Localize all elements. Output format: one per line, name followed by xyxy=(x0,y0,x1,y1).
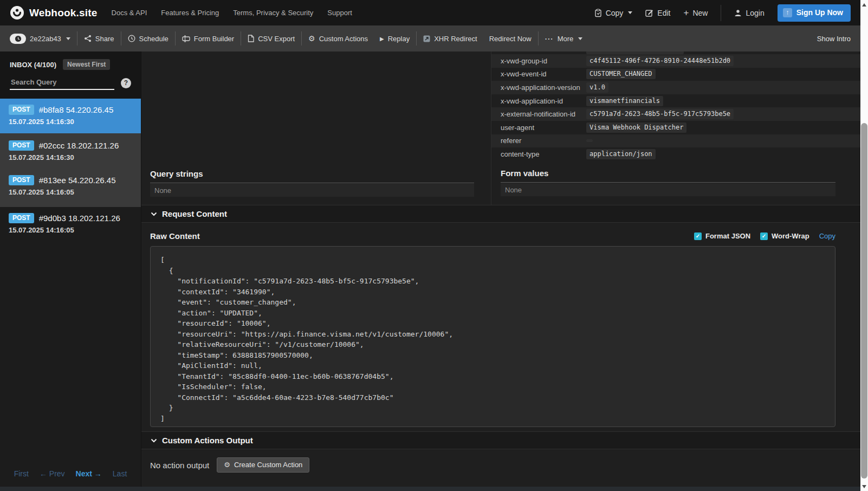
method-badge: POST xyxy=(9,105,34,115)
pagination-first[interactable]: First xyxy=(14,469,29,478)
checkbox-checked-icon: ✓ xyxy=(760,232,768,240)
form-builder-button[interactable]: Form Builder xyxy=(182,35,234,43)
header-row: x-external-notification-id c5791a7d-2623… xyxy=(491,107,860,121)
pagination-last[interactable]: Last xyxy=(113,469,127,478)
raw-content-body[interactable]: [ { "notificationId": "c5791a7d-2623-48b… xyxy=(150,246,835,427)
format-json-label: Format JSON xyxy=(705,232,750,240)
schedule-label: Schedule xyxy=(139,35,169,43)
copy-raw-content-link[interactable]: Copy xyxy=(819,232,835,240)
request-list-item[interactable]: POST #9d0b3 18.202.121.26 15.07.2025 14:… xyxy=(0,207,141,242)
custom-actions-label: Custom Actions xyxy=(319,35,368,43)
page-scrollbar[interactable] xyxy=(860,0,868,491)
request-toolbar: 2e22ab43 Share Schedule Form Builder xyxy=(0,25,860,51)
clipboard-icon xyxy=(594,9,602,17)
more-label: More xyxy=(558,35,574,43)
request-list-item[interactable]: POST #b8fa8 54.220.26.45 15.07.2025 14:1… xyxy=(0,99,141,133)
request-title: #9d0b3 18.202.121.26 xyxy=(39,214,120,223)
play-icon: ▶ xyxy=(380,36,384,42)
chevron-down-icon xyxy=(578,37,582,40)
create-custom-action-label: Create Custom Action xyxy=(234,461,302,469)
edit-button[interactable]: Edit xyxy=(645,9,670,17)
form-values-value: None xyxy=(501,183,835,196)
inbox-count-label: INBOX (4/100) xyxy=(10,61,56,69)
header-row: referer xyxy=(491,134,860,148)
header-name: x-vwd-event-id xyxy=(501,70,586,78)
viewport-bottom-edge xyxy=(0,487,860,491)
share-icon xyxy=(84,35,92,42)
new-button[interactable]: + New xyxy=(683,8,708,18)
token-dropdown[interactable]: 2e22ab43 xyxy=(10,34,70,44)
chevron-down-icon xyxy=(628,11,632,14)
search-input[interactable] xyxy=(10,76,114,90)
login-button[interactable]: Login xyxy=(734,9,764,17)
request-timestamp: 15.07.2025 14:16:30 xyxy=(9,153,132,161)
show-intro-link[interactable]: Show Intro xyxy=(817,35,851,43)
pagination-prev[interactable]: ← Prev xyxy=(40,469,65,478)
toolbar-divider xyxy=(301,31,302,46)
query-strings-block: Query strings None xyxy=(150,169,474,197)
request-list-item[interactable]: POST #813ee 54.220.26.45 15.07.2025 14:1… xyxy=(0,169,141,204)
scroll-up-button[interactable] xyxy=(860,0,868,9)
request-content-title: Request Content xyxy=(162,209,227,218)
toolbar-divider xyxy=(175,31,176,46)
ellipsis-icon: ··· xyxy=(545,35,554,43)
request-detail-panel: Query strings None x-vwd-group-id c4f451… xyxy=(141,51,860,487)
sign-up-button[interactable]: ↑ Sign Up Now xyxy=(778,4,851,22)
form-input-icon xyxy=(182,35,190,42)
request-timestamp: 15.07.2025 14:16:05 xyxy=(9,188,132,196)
header-row: content-type application/json xyxy=(491,147,860,161)
schedule-button[interactable]: Schedule xyxy=(128,35,169,43)
details-right-column: x-vwd-group-id c4f45112-496f-4726-8910-2… xyxy=(491,51,860,205)
header-value: Visma Webhook Dispatcher xyxy=(586,122,686,133)
new-label: New xyxy=(692,9,708,17)
request-content-section-header[interactable]: Request Content xyxy=(141,205,860,223)
word-wrap-checkbox[interactable]: ✓ Word-Wrap xyxy=(760,232,809,240)
details-left-column: Query strings None xyxy=(141,51,491,205)
nav-link-support[interactable]: Support xyxy=(327,9,352,17)
custom-actions-button[interactable]: ⚙ Custom Actions xyxy=(308,34,368,43)
nav-divider xyxy=(721,5,721,21)
chevron-down-icon xyxy=(151,212,157,216)
more-dropdown[interactable]: ··· More xyxy=(545,35,583,43)
pagination-next[interactable]: Next → xyxy=(76,469,102,478)
header-name: user-agent xyxy=(501,124,586,132)
details-section: Query strings None x-vwd-group-id c4f451… xyxy=(141,51,860,205)
nav-link-terms[interactable]: Terms, Privacy & Security xyxy=(233,9,313,17)
gear-icon: ⚙ xyxy=(308,34,315,43)
toolbar-divider xyxy=(121,31,121,46)
file-icon xyxy=(248,35,254,42)
word-wrap-label: Word-Wrap xyxy=(772,232,809,240)
redirect-now-button[interactable]: Redirect Now xyxy=(489,35,532,43)
replay-button[interactable]: ▶ Replay xyxy=(380,35,410,43)
share-button[interactable]: Share xyxy=(84,35,114,43)
nav-link-docs[interactable]: Docs & API xyxy=(112,9,147,17)
scrollbar-thumb[interactable] xyxy=(861,123,867,479)
checkbox-checked-icon: ✓ xyxy=(694,232,702,240)
header-name: x-vwd-application-id xyxy=(501,97,586,105)
nav-links: Docs & API Features & Pricing Terms, Pri… xyxy=(112,9,352,17)
plus-icon: + xyxy=(683,8,689,18)
replay-label: Replay xyxy=(388,35,410,43)
nav-link-features[interactable]: Features & Pricing xyxy=(161,9,219,17)
request-list-item[interactable]: POST #02ccc 18.202.121.26 15.07.2025 14:… xyxy=(0,134,141,169)
sort-order-button[interactable]: Newest First xyxy=(63,59,110,70)
xhr-redirect-button[interactable]: XHR Redirect xyxy=(423,35,477,43)
help-icon[interactable]: ? xyxy=(121,78,131,88)
header-name: x-vwd-application-version xyxy=(501,83,586,92)
copy-dropdown[interactable]: Copy xyxy=(594,9,633,17)
query-strings-value: None xyxy=(150,184,474,197)
format-json-checkbox[interactable]: ✓ Format JSON xyxy=(694,232,750,240)
method-badge: POST xyxy=(9,140,34,151)
header-value: application/json xyxy=(586,149,656,159)
webhook-site-page: Webhook.site Docs & API Features & Prici… xyxy=(0,0,868,491)
login-label: Login xyxy=(746,9,764,17)
scroll-down-button[interactable] xyxy=(860,482,868,491)
csv-export-button[interactable]: CSV Export xyxy=(248,35,295,43)
header-row: x-vwd-application-version v1.0 xyxy=(491,81,860,94)
create-custom-action-button[interactable]: ⚙ Create Custom Action xyxy=(217,457,309,473)
custom-actions-output-section-header[interactable]: Custom Actions Output xyxy=(141,431,860,449)
arrow-up-icon: ↑ xyxy=(783,8,792,17)
sign-up-label: Sign Up Now xyxy=(796,8,843,17)
header-value: c4f45112-496f-4726-8910-24448e51b2d0 xyxy=(586,56,734,66)
brand[interactable]: Webhook.site xyxy=(10,5,98,20)
